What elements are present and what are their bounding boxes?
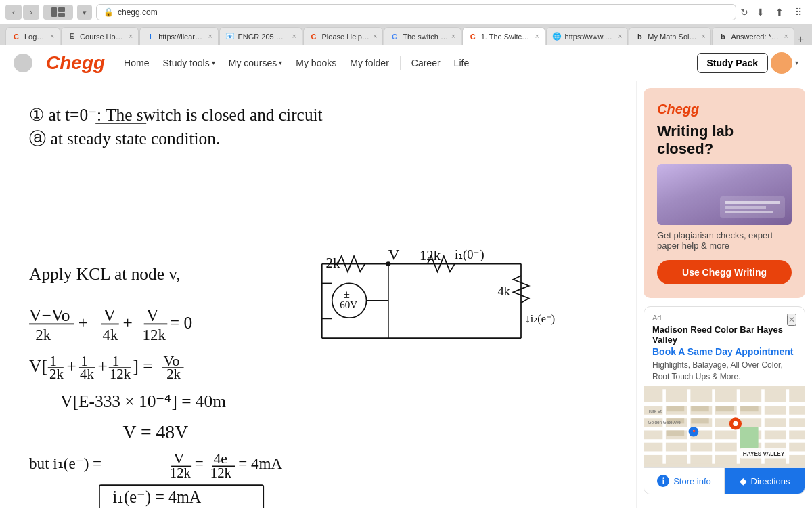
tab-close-math[interactable]: × [702,33,706,40]
main-layout: ① at t=0⁻: The switch is closed and circ… [0,81,812,508]
svg-rect-100 [716,406,734,411]
refresh-button[interactable]: ↻ [740,7,748,18]
svg-text:60V: 60V [340,299,357,310]
nav-links: Home Study tools ▾ My courses ▾ My books… [118,55,683,71]
map-ad-close-button[interactable]: ✕ [787,314,796,326]
content-area: ① at t=0⁻: The switch is closed and circ… [0,81,636,508]
handwriting-content: ① at t=0⁻: The switch is closed and circ… [14,88,623,508]
tab-icon-https: 🌐 [552,32,562,41]
directions-icon: ◆ [740,475,747,486]
svg-rect-102 [740,427,758,448]
svg-text:12k: 12k [170,465,191,480]
svg-text:but    i₁(e⁻) =: but i₁(e⁻) = [29,454,102,472]
svg-rect-1 [58,7,65,12]
extensions-button[interactable]: ⠿ [790,4,807,20]
directions-button[interactable]: ◆ Directions [725,467,805,494]
tab-label-switch-g: The switch i... [403,33,448,41]
chegg-ad-logo: Chegg [657,102,792,117]
svg-text:Golden Gate Ave: Golden Gate Ave [648,421,681,425]
use-chegg-writing-button[interactable]: Use Chegg Writing [657,260,792,284]
svg-rect-2 [58,13,65,17]
svg-text:i₁(e⁻) = 4mA: i₁(e⁻) = 4mA [113,488,202,507]
nav-my-folder[interactable]: My folder [344,55,394,71]
svg-text:4k: 4k [80,366,94,381]
tab-icon-math: b [635,32,644,41]
tab-close-switch-1[interactable]: × [535,33,539,40]
map-ad-header: ✕ Ad Madison Reed Color Bar Hayes Valley… [644,307,805,387]
dropdown-button[interactable]: ▾ [77,5,92,20]
user-mini-avatar[interactable] [14,54,32,72]
svg-text:+: + [123,313,133,332]
tab-close-engr[interactable]: × [292,33,296,40]
svg-text:= 0: = 0 [170,313,192,332]
svg-text:V: V [174,450,185,467]
svg-rect-0 [51,7,57,17]
info-icon: ℹ [657,475,669,487]
tab-switch-g[interactable]: G The switch i... × [384,27,461,45]
tab-label-course: Course Home [80,33,125,41]
map-ad-card: ✕ Ad Madison Reed Color Bar Hayes Valley… [644,306,805,495]
map-svg: Turk St Golden Gate Ave HAYES VALLEY 📍 [644,386,805,467]
back-button[interactable]: ‹ [5,5,22,20]
tab-icon-course: E [67,32,76,41]
forward-button[interactable]: › [23,5,39,20]
new-tab-button[interactable]: + [795,34,807,45]
tab-close-ilearn[interactable]: × [208,33,212,40]
nav-my-books[interactable]: My books [290,55,342,71]
tab-close-https[interactable]: × [618,33,622,40]
svg-text:12k: 12k [110,366,131,381]
nav-life[interactable]: Life [449,55,475,71]
chegg-nav: Chegg Home Study tools ▾ My courses ▾ My… [0,45,812,81]
svg-text:4e: 4e [213,450,227,467]
nav-home[interactable]: Home [118,55,154,71]
map-ad-title: Madison Reed Color Bar Hayes Valley [652,324,796,345]
svg-text:HAYES VALLEY: HAYES VALLEY [743,451,785,457]
svg-text:4k: 4k [103,326,119,343]
tab-engr[interactable]: 📧 ENGR 205 Cl... × [219,27,302,45]
user-menu-chevron[interactable]: ▾ [795,59,798,66]
svg-text:2k: 2k [49,366,64,381]
tab-math-solv[interactable]: b My Math Solv... × [629,27,711,45]
tab-icon-switch-1: C [468,32,478,41]
handwriting-svg: ① at t=0⁻: The switch is closed and circ… [14,88,623,508]
tab-icon-ilearn: i [145,32,155,41]
share-button[interactable]: ⬆ [771,4,788,20]
nav-my-courses[interactable]: My courses ▾ [223,55,288,71]
nav-career[interactable]: Career [406,55,446,71]
tab-please-help[interactable]: C Please Help!... × [303,27,384,45]
study-pack-button[interactable]: Study Pack [697,53,768,73]
tab-ilearn[interactable]: i https://ilearn... × [139,27,218,45]
tab-switch-1[interactable]: C 1. The Switch... × [462,27,545,45]
nav-study-tools[interactable]: Study tools ▾ [157,55,220,71]
tab-https-www[interactable]: 🌐 https://www.e... × [546,27,629,45]
download-button[interactable]: ⬇ [752,4,769,20]
store-info-button[interactable]: ℹ Store info [644,467,724,494]
svg-text:① at  t=0⁻:    The  switch  is: ① at t=0⁻: The switch is closed and circ… [29,105,323,124]
svg-text:Apply  KCL  at  node  v,: Apply KCL at node v, [29,264,181,283]
svg-rect-89 [662,390,666,464]
tab-close-logout[interactable]: × [50,33,54,40]
layout-button[interactable] [43,5,73,20]
tab-close-please[interactable]: × [373,33,377,40]
chegg-logo[interactable]: Chegg [46,52,105,74]
svg-text:ⓐ  at  steady  state  conditio: ⓐ at steady state condition. [29,129,220,148]
map-ad-subtitle: Book A Same Day Appointment [652,346,796,357]
tab-close-switch-g[interactable]: × [451,33,455,40]
user-avatar[interactable] [771,52,792,74]
ad-label: Ad [652,314,796,322]
svg-rect-90 [687,390,691,464]
svg-rect-101 [740,406,758,411]
address-bar[interactable]: 🔒 chegg.com [96,4,736,20]
user-area: Study Pack ▾ [697,52,798,74]
svg-text:V = 48V: V = 48V [123,421,189,442]
svg-rect-85 [644,415,805,418]
tab-label-https: https://www.e... [565,33,615,41]
tab-close-course[interactable]: × [129,33,133,40]
tab-close-answered[interactable]: × [784,33,788,40]
tab-course-home[interactable]: E Course Home × [61,27,139,45]
tab-label-please: Please Help!... [322,33,370,41]
tab-logout[interactable]: C Logout × [5,27,60,45]
tab-answered[interactable]: b Answered: *T... × [712,27,794,45]
tab-icon-please: C [309,32,319,41]
chegg-writing-ad: Chegg Writing lab closed? Get plagiarism… [644,88,805,298]
